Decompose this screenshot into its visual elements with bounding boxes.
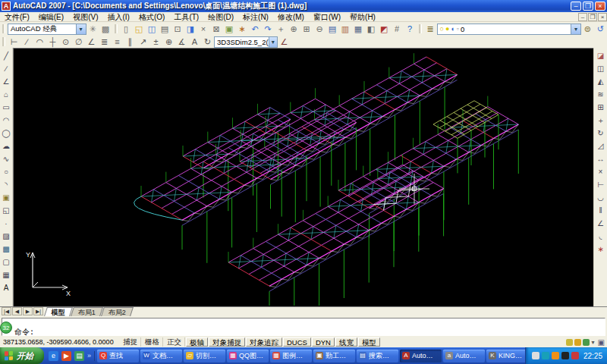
toggle-捕捉[interactable]: 捕捉 (120, 337, 141, 347)
qq-icon[interactable] (561, 352, 569, 359)
ellipse-button[interactable]: ○ (1, 166, 12, 177)
circle-button[interactable]: ◯ (1, 127, 12, 139)
toolbar-grip[interactable] (2, 24, 5, 33)
menu-item-8[interactable]: 修改(M) (273, 12, 309, 22)
table-button[interactable]: ▦ (1, 269, 12, 281)
menu-item-6[interactable]: 绘图(D) (203, 12, 238, 22)
quickcalc-icon[interactable]: # (391, 23, 404, 35)
messenger-icon[interactable] (542, 352, 549, 359)
open-file-icon[interactable]: ◱ (133, 23, 146, 35)
download-icon[interactable] (552, 352, 559, 359)
match-properties-icon[interactable]: ∗ (236, 23, 249, 35)
break-at-point-button[interactable]: ◡ (595, 192, 606, 203)
explode-button[interactable]: ∗ (595, 243, 606, 255)
sheet-set-manager-icon[interactable]: ◧ (365, 23, 378, 35)
zoom-previous-icon[interactable]: ⊖ (313, 23, 326, 35)
mdi-restore-button[interactable]: ❐ (588, 13, 597, 21)
dim-style-manager-icon[interactable]: ∠ (278, 36, 291, 48)
publish-icon[interactable]: ◨ (184, 23, 197, 35)
dim-edit-icon[interactable]: ∡ (175, 36, 188, 48)
revision-cloud-button[interactable]: ☁ (1, 140, 12, 152)
dim-ordinate-icon[interactable]: ┼ (46, 36, 59, 48)
associativity-icon[interactable] (583, 339, 590, 346)
clean-screen-icon[interactable]: ▣ (598, 338, 605, 347)
start-button[interactable]: 开始 (0, 347, 44, 364)
task-button-9[interactable]: KKING… (486, 350, 525, 362)
chevron-down-icon[interactable]: ▾ (571, 24, 580, 34)
menu-item-4[interactable]: 格式(O) (134, 12, 169, 22)
break-button[interactable]: ‖ (595, 205, 606, 216)
mdi-minimize-button[interactable]: – (578, 13, 587, 21)
stretch-button[interactable]: ↔ (595, 153, 606, 165)
plot-preview-icon[interactable]: ⊡ (171, 23, 184, 35)
menu-item-3[interactable]: 插入(I) (102, 12, 134, 22)
tab-模型[interactable]: 模型 (44, 307, 73, 316)
task-button-2[interactable]: ▱切割… (184, 350, 225, 362)
dim-baseline-icon[interactable]: ≡ (111, 36, 124, 48)
workspace-settings-icon[interactable]: ✳ (86, 23, 99, 35)
dim-arc-length-icon[interactable]: ◠ (33, 36, 46, 48)
unlock-icon[interactable] (574, 339, 581, 346)
toolbar-grip[interactable] (115, 24, 118, 33)
title-bar[interactable]: A AutoCAD 2007 - [C:\Documents and Setti… (0, 0, 607, 12)
toolbar-grip[interactable] (2, 37, 5, 46)
toggle-DYN[interactable]: DYN (312, 337, 335, 347)
properties-palette-icon[interactable]: ▤ (326, 23, 339, 35)
chevron-down-icon[interactable]: ▾ (269, 37, 277, 47)
media-icon[interactable]: ▶ (61, 351, 71, 361)
gradient-button[interactable]: ▩ (1, 243, 12, 255)
toggle-正交[interactable]: 正交 (164, 337, 185, 347)
workspace-save-icon[interactable]: ▩ (99, 23, 112, 35)
layer-previous-icon[interactable]: ↺ (594, 23, 607, 35)
polygon-button[interactable]: ⌂ (1, 89, 12, 100)
plot-icon[interactable]: ▤ (159, 23, 171, 35)
mdi-close-button[interactable]: × (598, 13, 607, 21)
ie-icon[interactable]: e (49, 351, 58, 361)
menu-item-9[interactable]: 窗口(W) (309, 12, 345, 22)
arc-button[interactable]: ◠ (1, 115, 12, 126)
make-layer-current-icon[interactable]: ⊜ (581, 23, 594, 35)
close-button[interactable]: × (595, 2, 605, 11)
dim-diameter-icon[interactable]: ∅ (72, 36, 85, 48)
toggle-DUCS[interactable]: DUCS (283, 337, 311, 347)
layer-properties-manager-icon[interactable]: ≣ (424, 23, 437, 35)
redo-icon[interactable]: ↷ (262, 23, 275, 35)
menu-item-5[interactable]: 工具(T) (169, 12, 203, 22)
help-icon[interactable]: ? (404, 23, 417, 35)
task-button-1[interactable]: W文档… (140, 350, 182, 362)
desktop-icon[interactable]: ▤ (74, 351, 84, 361)
polyline-button[interactable]: ∠ (1, 76, 12, 87)
task-button-6[interactable]: ▤搜索… (357, 350, 398, 362)
toolbar-grip[interactable] (419, 24, 422, 33)
line-button[interactable]: ╱ (1, 50, 12, 61)
toggle-极轴[interactable]: 极轴 (186, 337, 208, 347)
toggle-对象捕捉[interactable]: 对象捕捉 (209, 337, 245, 347)
dim-style-dropdown[interactable]: 3D3SDim2.5_2( ▾ (214, 36, 278, 48)
pan-icon[interactable]: ＋ (275, 23, 288, 35)
multiline-text-button[interactable]: A (1, 282, 12, 293)
rotate-button[interactable]: ↻ (595, 127, 606, 139)
move-button[interactable]: ＋ (595, 115, 606, 126)
task-button-0[interactable]: Q查找 (97, 350, 139, 362)
task-button-3[interactable]: ▦QQ图… (227, 350, 269, 362)
zoom-window-icon[interactable]: ⊞ (300, 23, 313, 35)
insert-block-button[interactable]: ▣ (1, 192, 12, 203)
quick-leader-icon[interactable]: ↗ (137, 36, 149, 48)
tab-nav-1[interactable]: ◀ (12, 307, 22, 315)
dim-quick-icon[interactable]: ≣ (98, 36, 111, 48)
command-line-window[interactable]: 命令: (0, 316, 607, 337)
zoom-realtime-icon[interactable]: ⊕ (288, 23, 300, 35)
dim-radius-icon[interactable]: ⊙ (59, 36, 72, 48)
save-file-icon[interactable]: ◫ (146, 23, 159, 35)
new-file-icon[interactable]: ▯ (120, 23, 133, 35)
quick-launch-more-icon[interactable]: » (87, 352, 91, 359)
array-button[interactable]: ⊞ (595, 102, 606, 113)
tolerance-icon[interactable]: ± (149, 36, 162, 48)
dim-aligned-icon[interactable]: ∕ (20, 36, 33, 48)
restore-button[interactable]: ❐ (583, 2, 593, 11)
tab-布局1[interactable]: 布局1 (71, 307, 103, 316)
undo-icon[interactable]: ↶ (249, 23, 262, 35)
tray-expand-icon[interactable]: ▾ (592, 339, 595, 346)
offset-button[interactable]: ≋ (595, 89, 606, 100)
menu-item-7[interactable]: 标注(N) (238, 12, 273, 22)
